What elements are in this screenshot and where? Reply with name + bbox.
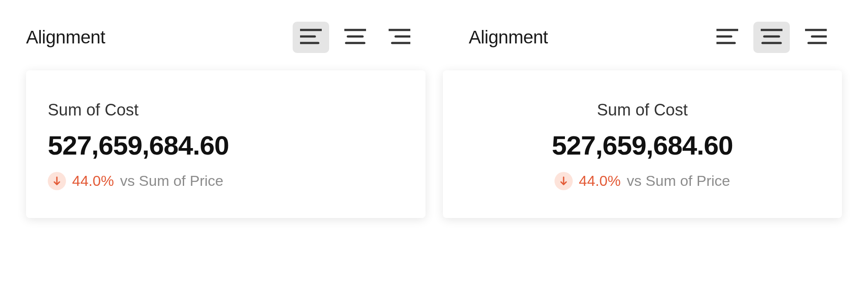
align-right-icon — [389, 28, 410, 46]
align-center-button[interactable] — [753, 22, 790, 53]
kpi-value: 527,659,684.60 — [48, 130, 229, 161]
align-left-button[interactable] — [709, 22, 746, 53]
kpi-title: Sum of Cost — [597, 101, 688, 119]
align-left-icon — [300, 28, 322, 46]
align-center-button[interactable] — [337, 22, 373, 53]
panel-right: Alignment — [443, 22, 842, 218]
alignment-button-group — [293, 22, 418, 53]
kpi-value: 527,659,684.60 — [552, 130, 733, 161]
align-right-button[interactable] — [381, 22, 418, 53]
alignment-header-right: Alignment — [443, 22, 842, 53]
kpi-delta-pct: 44.0% — [72, 172, 114, 189]
alignment-button-group — [709, 22, 834, 53]
alignment-header-left: Alignment — [26, 22, 426, 53]
kpi-delta-pct: 44.0% — [579, 172, 620, 189]
arrow-down-icon — [48, 172, 66, 190]
align-left-icon — [716, 28, 738, 46]
align-center-icon — [344, 28, 366, 46]
align-right-icon — [805, 28, 827, 46]
kpi-delta-compare: vs Sum of Price — [120, 172, 223, 189]
kpi-title: Sum of Cost — [48, 101, 139, 119]
alignment-label: Alignment — [469, 27, 548, 48]
kpi-delta-row: 44.0% vs Sum of Price — [48, 172, 223, 190]
kpi-delta-row: 44.0% vs Sum of Price — [554, 172, 730, 190]
arrow-down-icon — [554, 172, 573, 190]
kpi-delta-compare: vs Sum of Price — [627, 172, 730, 189]
kpi-card-left: Sum of Cost 527,659,684.60 44.0% vs Sum … — [26, 70, 426, 218]
align-right-button[interactable] — [798, 22, 834, 53]
panel-left: Alignment — [26, 22, 426, 218]
align-center-icon — [761, 28, 782, 46]
kpi-card-center: Sum of Cost 527,659,684.60 44.0% vs Sum … — [443, 70, 842, 218]
align-left-button[interactable] — [293, 22, 329, 53]
alignment-label: Alignment — [26, 27, 105, 48]
